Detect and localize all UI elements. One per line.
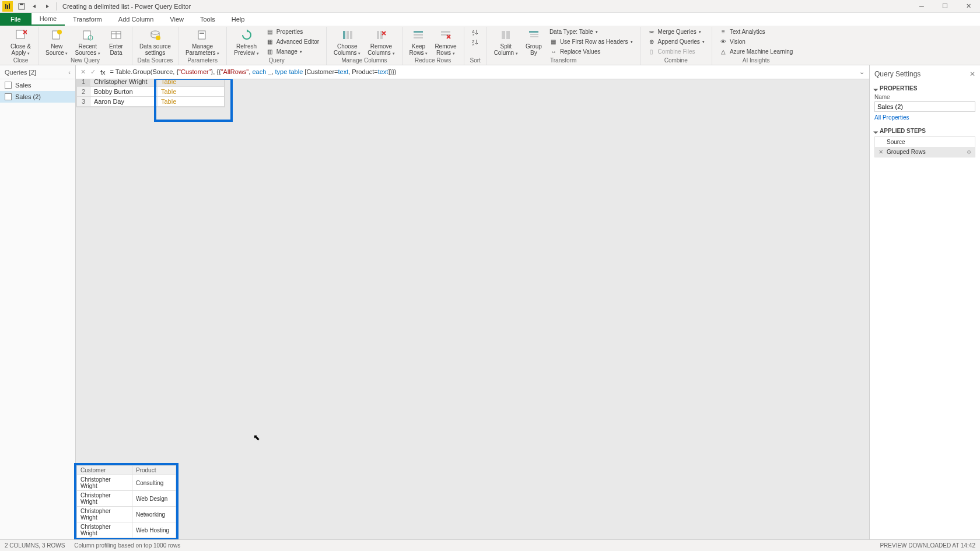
- properties-section-header[interactable]: PROPERTIES: [874, 85, 975, 92]
- query-item-sales[interactable]: Sales: [0, 79, 75, 91]
- tab-home[interactable]: Home: [32, 13, 65, 26]
- query-name-input[interactable]: [874, 101, 975, 112]
- group-label-transform: Transform: [550, 57, 576, 65]
- table-row[interactable]: 2 Bobby Burton Table: [77, 87, 225, 97]
- status-preview-time: PREVIEW DOWNLOADED AT 14:42: [880, 542, 975, 549]
- manage-parameters-icon: [195, 28, 209, 42]
- step-source[interactable]: Source: [875, 137, 975, 147]
- group-label-data-sources: Data Sources: [138, 57, 173, 65]
- split-column-button[interactable]: SplitColumn ▾: [492, 27, 520, 57]
- text-analytics-icon: ≡: [719, 28, 727, 36]
- new-source-button[interactable]: NewSource ▾: [43, 27, 70, 57]
- query-label: Sales (2): [15, 93, 41, 100]
- cell-allrows[interactable]: Table: [158, 87, 225, 97]
- svg-rect-1: [5, 4, 6, 9]
- merge-queries-button[interactable]: ⫘Merge Queries ▾: [645, 27, 707, 37]
- group-label-reduce-rows: Reduce Rows: [415, 57, 451, 65]
- svg-rect-17: [200, 33, 204, 34]
- step-settings-icon[interactable]: ⚙: [967, 149, 971, 155]
- cell-allrows[interactable]: Table: [158, 97, 225, 107]
- tab-tools[interactable]: Tools: [192, 13, 223, 26]
- keep-rows-button[interactable]: KeepRows ▾: [407, 27, 430, 57]
- data-type-button[interactable]: Data Type: Table ▾: [547, 27, 635, 37]
- first-row-headers-button[interactable]: ▦Use First Row as Headers ▾: [547, 37, 635, 47]
- undo-icon[interactable]: [29, 1, 40, 12]
- close-settings-icon[interactable]: ✕: [970, 70, 975, 78]
- azure-ml-button[interactable]: △Azure Machine Learning: [717, 47, 795, 57]
- ribbon-group-close: Close &Apply ▾ Close: [4, 27, 38, 65]
- group-by-button[interactable]: GroupBy: [523, 27, 545, 57]
- append-queries-button[interactable]: ⊕Append Queries ▾: [645, 37, 707, 47]
- delete-step-icon[interactable]: ✕: [878, 149, 884, 155]
- manage-parameters-button[interactable]: ManageParameters ▾: [183, 27, 222, 57]
- status-profiling: Column profiling based on top 1000 rows: [74, 542, 180, 549]
- all-properties-link[interactable]: All Properties: [874, 114, 975, 121]
- split-column-icon: [499, 28, 513, 42]
- ribbon-group-sort: AZ ZA Sort: [464, 27, 487, 65]
- advanced-editor-button[interactable]: ▦Advanced Editor: [264, 37, 321, 47]
- group-label-manage-columns: Manage Columns: [341, 57, 387, 65]
- table-row[interactable]: 3 Aaron Day Table: [77, 97, 225, 107]
- group-label-close: Close: [13, 57, 29, 65]
- preview-column-product: Product: [132, 466, 176, 475]
- formula-bar: ✕ ✓ fx = Table.Group(Source, {"Customer"…: [76, 65, 869, 79]
- sort-desc-icon: ZA: [471, 38, 480, 46]
- preview-row: Christopher WrightNetworking: [77, 507, 176, 522]
- recent-sources-button[interactable]: RecentSources ▾: [72, 27, 102, 57]
- data-area: ACCustomer▾ ▦AllRows⤢ 1 Christopher Wrig…: [76, 65, 869, 539]
- svg-rect-26: [441, 31, 450, 33]
- name-label: Name: [874, 94, 975, 100]
- enter-data-button[interactable]: EnterData: [105, 27, 127, 57]
- ribbon-group-transform: SplitColumn ▾ GroupBy Data Type: Table ▾…: [487, 27, 640, 65]
- status-columns-rows: 2 COLUMNS, 3 ROWS: [5, 542, 65, 549]
- minimize-button[interactable]: ─: [910, 0, 933, 13]
- applied-steps-header[interactable]: APPLIED STEPS: [874, 128, 975, 134]
- group-label-parameters: Parameters: [187, 57, 218, 65]
- cell-customer[interactable]: Aaron Day: [90, 97, 158, 107]
- data-source-settings-button[interactable]: Data sourcesettings: [137, 27, 173, 57]
- svg-rect-2: [7, 5, 8, 9]
- remove-columns-button[interactable]: RemoveColumns ▾: [365, 27, 397, 57]
- svg-rect-35: [530, 34, 538, 35]
- tab-add-column[interactable]: Add Column: [110, 13, 162, 26]
- step-grouped-rows[interactable]: ✕Grouped Rows⚙: [875, 147, 975, 157]
- cancel-formula-icon[interactable]: ✕: [80, 68, 86, 76]
- ribbon: Close &Apply ▾ Close NewSource ▾ RecentS…: [0, 26, 980, 65]
- table-icon: [5, 82, 12, 89]
- separator: [56, 2, 57, 10]
- svg-rect-24: [414, 34, 423, 36]
- save-icon[interactable]: [16, 1, 27, 12]
- collapse-queries-icon[interactable]: ‹: [68, 69, 71, 76]
- table-icon: [5, 93, 12, 100]
- queries-pane-title: Queries [2]: [5, 69, 36, 76]
- manage-button[interactable]: ▥Manage ▾: [264, 47, 321, 57]
- query-item-sales-2[interactable]: Sales (2): [0, 91, 75, 103]
- accept-formula-icon[interactable]: ✓: [90, 68, 96, 76]
- remove-rows-button[interactable]: RemoveRows ▾: [432, 27, 459, 57]
- svg-rect-36: [530, 36, 538, 37]
- svg-rect-19: [346, 31, 349, 39]
- tab-view[interactable]: View: [162, 13, 192, 26]
- properties-button[interactable]: ▤Properties: [264, 27, 321, 37]
- tab-help[interactable]: Help: [223, 13, 253, 26]
- preview-row: Christopher WrightWeb Hosting: [77, 522, 176, 538]
- app-icon: [2, 1, 13, 12]
- expand-formula-icon[interactable]: ⌄: [859, 68, 864, 76]
- replace-values-button[interactable]: ↔Replace Values: [547, 47, 635, 57]
- refresh-preview-button[interactable]: RefreshPreview ▾: [232, 27, 261, 57]
- text-analytics-button[interactable]: ≡Text Analytics: [717, 27, 795, 37]
- tab-transform[interactable]: Transform: [65, 13, 110, 26]
- maximize-button[interactable]: ☐: [933, 0, 957, 13]
- sort-asc-button[interactable]: AZ: [469, 27, 482, 37]
- close-apply-button[interactable]: Close &Apply ▾: [8, 27, 33, 57]
- choose-columns-button[interactable]: ChooseColumns ▾: [331, 27, 363, 57]
- redo-icon[interactable]: [42, 1, 52, 12]
- sort-desc-button[interactable]: ZA: [469, 37, 482, 47]
- vision-button[interactable]: 👁Vision: [717, 37, 795, 47]
- tab-file[interactable]: File: [0, 13, 32, 26]
- close-button[interactable]: ✕: [957, 0, 980, 13]
- ribbon-group-combine: ⫘Merge Queries ▾ ⊕Append Queries ▾ ▯Comb…: [640, 27, 712, 65]
- formula-input[interactable]: = Table.Group(Source, {"Customer"}, {{"A…: [110, 68, 855, 76]
- cell-customer[interactable]: Bobby Burton: [90, 87, 158, 97]
- merge-icon: ⫘: [648, 28, 656, 36]
